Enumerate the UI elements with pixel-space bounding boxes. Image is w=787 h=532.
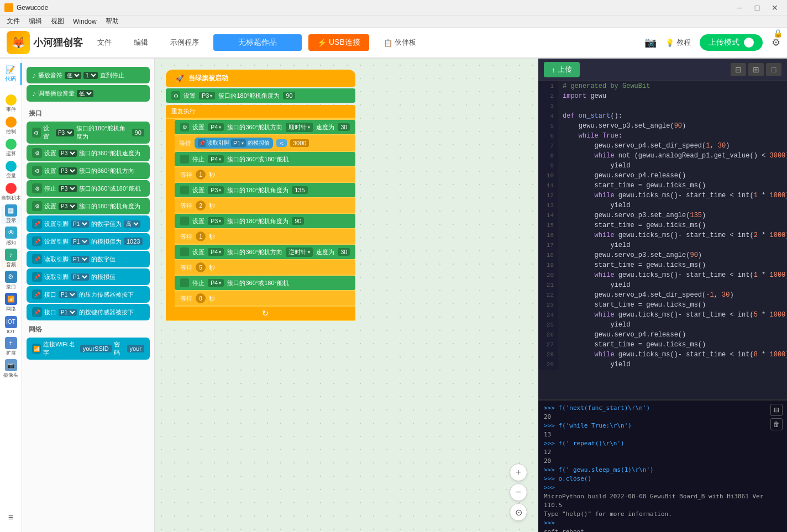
split-view-btn[interactable]: ⊟	[731, 63, 746, 76]
blocks-on-canvas[interactable]: 🚀 当绿旗被启动 ⚙ 设置 P3 簇口的180°舵机角度为 90 重复执行	[166, 70, 355, 321]
p4-dropdown-2[interactable]: P4	[208, 155, 224, 163]
pin-select-8[interactable]: P1	[71, 256, 89, 263]
canvas-wait-1b[interactable]: 等待 1 秒	[175, 229, 355, 244]
camera-btn[interactable]: 📷	[644, 36, 657, 49]
canvas-stop-p4-2[interactable]: 停止 P4 簇口的360°或180°舵机	[175, 276, 355, 290]
pin-select-3[interactable]: P3	[59, 167, 77, 175]
canvas-wait-2[interactable]: 等待 2 秒	[175, 198, 355, 213]
partner-btn[interactable]: 📋 伙伴板	[376, 34, 424, 51]
code-editor[interactable]: 1 # generated by GewuBit 2 import gewu 3…	[538, 81, 787, 399]
servo-angle-block-2[interactable]: ⚙ 设置 P3 簇口的180°舵机角度为	[27, 198, 150, 214]
canvas-set-servo-p3-90b[interactable]: 设置 P3 簇口的180°舵机角度为 90	[175, 214, 355, 228]
canvas-wait-condition[interactable]: 等待 📌 读取引脚 P1 的模拟值 < 3000	[175, 135, 355, 151]
canvas-stop-p4[interactable]: 停止 P4 簇口的360°或180°舵机	[175, 152, 355, 166]
forever-header[interactable]: 重复执行	[166, 105, 355, 118]
read-digital-block[interactable]: 📌 读取引脚 P1 的数字值	[27, 251, 150, 267]
zoom-in-btn[interactable]: +	[510, 463, 527, 481]
menu-view[interactable]: 视图	[46, 15, 69, 27]
tutorial-btn[interactable]: 💡 教程	[665, 38, 691, 48]
examples-btn[interactable]: 示例程序	[162, 34, 207, 51]
servo-360-dir-block[interactable]: ⚙ 设置 P3 簇口的360°舵机方向	[27, 162, 150, 179]
maximize-btn[interactable]: □	[749, 2, 765, 13]
terminal[interactable]: ⊟ 🗑 >>> f('next(func_start)\r\n') 20 >>>…	[538, 399, 787, 532]
canvas-set-servo-p3-90[interactable]: ⚙ 设置 P3 簇口的180°舵机角度为 90	[166, 88, 355, 103]
pin-select-1[interactable]: P3	[56, 129, 74, 136]
zoom-out-btn[interactable]: −	[510, 483, 527, 501]
full-view-btn[interactable]: □	[766, 63, 781, 76]
p4-dropdown-4[interactable]: P4	[208, 279, 224, 287]
sidebar-item-control[interactable]: 控制	[1, 116, 21, 136]
menu-window[interactable]: Window	[69, 17, 101, 27]
pin-select-11[interactable]: P1	[59, 309, 77, 316]
zoom-reset-btn[interactable]: ⊙	[510, 503, 527, 521]
tab-code[interactable]: 📝 代码	[0, 63, 22, 85]
upload-btn[interactable]: ↑ 上传	[544, 62, 580, 77]
vol-select[interactable]: 低	[77, 90, 93, 97]
set-analog-block[interactable]: 📌 设置引脚 P1 的模拟值为 1023	[27, 233, 150, 250]
pitch-select[interactable]: 低	[65, 72, 81, 79]
pin-select-4[interactable]: P3	[59, 185, 77, 192]
canvas-wait-8[interactable]: 等待 8 秒	[175, 291, 355, 305]
pin-select-2[interactable]: P3	[59, 150, 77, 157]
edit-btn[interactable]: 编辑	[126, 34, 156, 51]
sidebar-item-events[interactable]: 事件	[1, 94, 21, 114]
canvas-set-servo-p4-ccw[interactable]: 设置 P4 簇口的360°舵机方向 逆时针 速度为 30	[175, 245, 355, 259]
stop-servo-block[interactable]: ⚙ 停止 P3 簇口的360°或180°舵机	[27, 180, 150, 197]
wifi-block[interactable]: 📶 连接WiFi 名字 yourSSID 密码 your	[27, 338, 150, 360]
minimize-btn[interactable]: ─	[732, 2, 747, 13]
canvas-set-servo-p4-cw[interactable]: ⚙ 设置 P4 簇口的360°舵机方向 顺时针 速度为 30	[175, 120, 355, 134]
p3-dropdown-3[interactable]: P3	[208, 217, 224, 225]
terminal-delete-btn[interactable]: 🗑	[770, 418, 783, 430]
sidebar-item-display[interactable]: ▦ 显示	[1, 204, 21, 224]
pin-select-6[interactable]: P1	[71, 220, 89, 228]
p4-dropdown-3[interactable]: P4	[208, 248, 224, 256]
ccw-dropdown[interactable]: 逆时针	[286, 247, 313, 257]
servo-360-speed-block[interactable]: ⚙ 设置 P3 簇口的360°舵机速度为	[27, 145, 150, 161]
sidebar-item-iot[interactable]: IOT IOT	[1, 315, 21, 335]
sidebar-item-interface[interactable]: ⚙ 接口	[1, 271, 21, 291]
p3-dropdown-2[interactable]: P3	[208, 186, 224, 194]
sidebar-item-expand[interactable]: + 扩展	[1, 337, 21, 357]
cw-dropdown[interactable]: 顺时针	[286, 123, 313, 132]
file-btn[interactable]: 文件	[90, 34, 119, 51]
play-note-block[interactable]: ♪ 播放音符 低 1 直到停止	[27, 67, 150, 83]
volume-block[interactable]: ♪ 调整播放音量 低	[27, 85, 150, 102]
servo-angle-block-1[interactable]: ⚙ 设置 P3 簇口的180°舵机角度为 90	[27, 122, 150, 144]
p1-dropdown[interactable]: P1	[231, 139, 246, 147]
sidebar-item-math[interactable]: 运算	[1, 138, 21, 158]
pin-select-7[interactable]: P1	[71, 238, 89, 245]
bottom-nav: ≡	[1, 508, 21, 528]
menu-help[interactable]: 帮助	[101, 15, 123, 27]
num-select[interactable]: 1	[83, 72, 98, 79]
p4-dropdown-1[interactable]: P4	[208, 123, 224, 131]
pin-select-5[interactable]: P3	[59, 203, 77, 210]
pin-select-10[interactable]: P1	[59, 291, 77, 298]
sidebar-item-custom[interactable]: 自制积木	[1, 182, 21, 202]
settings-btn[interactable]: ⚙	[772, 36, 780, 49]
sidebar-item-audio[interactable]: ♪ 音频	[1, 249, 21, 268]
sidebar-item-camera[interactable]: 📷 摄像头	[1, 359, 21, 379]
pin-select-9[interactable]: P1	[71, 273, 89, 281]
menu-file[interactable]: 文件	[2, 15, 24, 27]
vertical-split-btn[interactable]: ⊞	[748, 63, 764, 76]
p3-dropdown-1[interactable]: P3	[199, 92, 215, 99]
canvas-wait-5[interactable]: 等待 5 秒	[175, 260, 355, 275]
high-low-select[interactable]: 高	[124, 220, 140, 228]
sidebar-item-sense[interactable]: 👁 感知	[1, 227, 21, 246]
canvas-set-servo-p3-135[interactable]: 设置 P3 簇口的180°舵机角度为 135	[175, 183, 355, 197]
sidebar-item-vars[interactable]: 变量	[1, 160, 21, 180]
start-hat-block[interactable]: 🚀 当绿旗被启动	[166, 70, 355, 87]
nav-icon[interactable]: ≡	[1, 508, 21, 528]
button-block[interactable]: 📌 接口 P1 的按键传感器被按下	[27, 304, 150, 320]
usb-connect-btn[interactable]: ⚡ USB连接	[308, 34, 369, 51]
upload-mode-btn[interactable]: 上传模式	[700, 34, 763, 51]
menu-edit[interactable]: 编辑	[24, 15, 46, 27]
canvas-wait-1[interactable]: 等待 1 秒	[175, 167, 355, 182]
close-btn[interactable]: ✕	[767, 2, 783, 13]
title-input[interactable]: 无标题作品	[213, 34, 302, 51]
set-digital-block[interactable]: 📌 设置引脚 P1 的数字值为 高	[27, 215, 150, 232]
pressure-block[interactable]: 📌 接口 P1 的压力传感器被按下	[27, 286, 150, 303]
sidebar-item-network[interactable]: 📶 网络	[1, 293, 21, 313]
terminal-clear-btn[interactable]: ⊟	[770, 404, 783, 416]
read-analog-block[interactable]: 📌 读取引脚 P1 的模拟值	[27, 268, 150, 285]
